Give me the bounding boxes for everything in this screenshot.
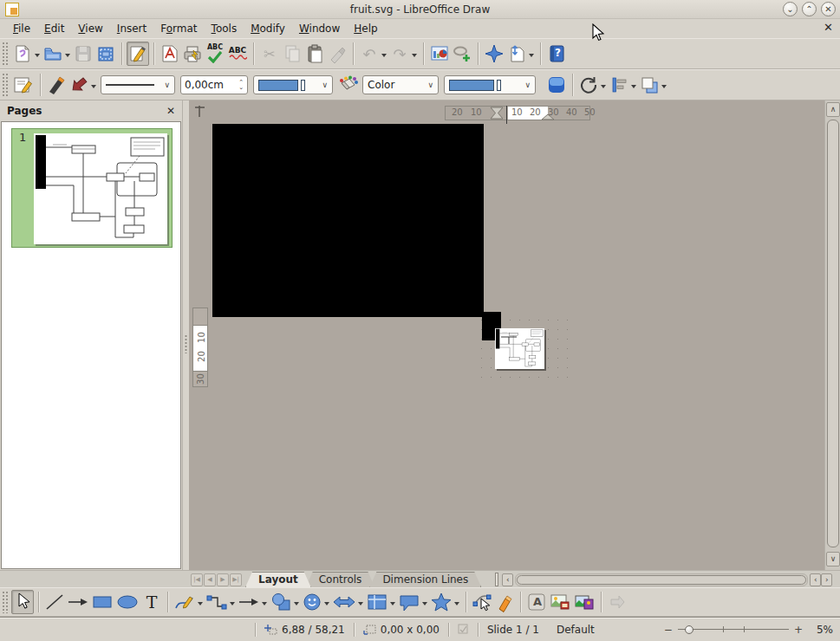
tabbar-splitter[interactable]: [495, 573, 498, 586]
open-dropdown-icon[interactable]: [65, 54, 70, 60]
arrow-style-dropdown-icon[interactable]: [91, 85, 96, 91]
curve-tool-button[interactable]: [173, 590, 197, 614]
fill-color-select[interactable]: ∨: [444, 75, 536, 94]
stars-dropdown-icon[interactable]: [454, 602, 459, 608]
document-as-email-button[interactable]: [94, 42, 117, 66]
page-style-indicator[interactable]: Default: [548, 624, 603, 636]
zoom-level[interactable]: 5%: [817, 624, 833, 636]
spinner-arrows-icon[interactable]: ⌃ ⌄: [238, 80, 244, 90]
ellipse-tool-button[interactable]: [114, 590, 140, 614]
cut-button[interactable]: ✂: [258, 42, 281, 66]
symbol-shapes-dropdown-icon[interactable]: [324, 602, 329, 608]
text-tool-button[interactable]: T: [140, 590, 163, 614]
scroll-left-icon[interactable]: ‹: [502, 573, 513, 586]
flowchart-dropdown-icon[interactable]: [390, 602, 395, 608]
menu-modify[interactable]: Modify: [244, 21, 291, 36]
slide-indicator[interactable]: Slide 1 / 1: [479, 624, 548, 636]
shadow-button[interactable]: [545, 73, 568, 97]
next-page-button[interactable]: ▶: [217, 573, 229, 586]
tab-dimension-lines[interactable]: Dimension Lines: [369, 572, 481, 587]
scroll-left-icon[interactable]: ‹: [810, 573, 821, 586]
zoom-button[interactable]: [505, 42, 528, 66]
redo-button[interactable]: ↷: [388, 42, 411, 66]
menu-edit[interactable]: Edit: [38, 21, 70, 36]
edit-points-button[interactable]: [471, 590, 493, 614]
curve-dropdown-icon[interactable]: [198, 602, 203, 608]
new-document-dropdown-icon[interactable]: [35, 54, 40, 60]
menu-insert[interactable]: Insert: [111, 21, 153, 36]
glue-points-button[interactable]: [493, 590, 516, 614]
help-button[interactable]: ?: [545, 42, 568, 66]
line-style-select[interactable]: ∨: [101, 75, 175, 94]
line-width-spinner[interactable]: 0,00cm ⌃ ⌄: [180, 75, 248, 94]
indent-marker-icon[interactable]: [489, 107, 505, 120]
menu-view[interactable]: View: [72, 21, 108, 36]
vertical-scrollbar[interactable]: ∧ ∨: [824, 100, 840, 570]
window-close-button[interactable]: ✕: [821, 2, 836, 16]
page-1-thumbnail[interactable]: 1: [11, 128, 173, 248]
export-pdf-button[interactable]: [159, 42, 181, 66]
callouts-button[interactable]: [397, 590, 421, 614]
new-document-button[interactable]: [11, 42, 34, 66]
symbol-shapes-button[interactable]: [301, 590, 323, 614]
save-button[interactable]: [72, 42, 94, 66]
horizontal-ruler[interactable]: 20 10 10 20 30 40 50: [445, 106, 590, 120]
window-shade-button[interactable]: ⌄: [783, 2, 798, 16]
callouts-dropdown-icon[interactable]: [422, 602, 427, 608]
zoom-in-button[interactable]: +: [794, 624, 803, 636]
vertical-ruler-marker[interactable]: [192, 308, 208, 326]
last-page-button[interactable]: ▶|: [230, 573, 242, 586]
scroll-down-icon[interactable]: ∨: [826, 552, 840, 567]
fontwork-button[interactable]: A: [525, 590, 548, 614]
undo-button[interactable]: ↶: [358, 42, 381, 66]
edit-points-pen-button[interactable]: [45, 73, 68, 97]
menu-tools[interactable]: Tools: [205, 21, 244, 36]
menu-window[interactable]: Window: [293, 21, 346, 36]
scroll-right-icon[interactable]: ›: [821, 573, 832, 586]
close-document-icon[interactable]: ✕: [824, 21, 833, 34]
insert-hyperlink-button[interactable]: [451, 42, 473, 66]
window-maximize-button[interactable]: ⌃: [802, 2, 817, 16]
menu-format[interactable]: Format: [154, 21, 203, 36]
rotate-button[interactable]: [577, 73, 600, 97]
rotate-dropdown-icon[interactable]: [601, 85, 606, 91]
arrow-style-button[interactable]: [68, 73, 90, 97]
undo-dropdown-icon[interactable]: [381, 54, 387, 60]
insert-chart-button[interactable]: [428, 42, 451, 66]
line-tool-button[interactable]: [43, 590, 66, 614]
panel-splitter[interactable]: [182, 100, 189, 570]
vertical-ruler[interactable]: 10 20: [192, 326, 208, 371]
arrange-dropdown-icon[interactable]: [661, 85, 667, 91]
basic-shapes-button[interactable]: [269, 590, 293, 614]
paste-button[interactable]: [303, 42, 326, 66]
block-arrows-button[interactable]: [331, 590, 357, 614]
large-black-shape[interactable]: [212, 124, 484, 317]
arrange-button[interactable]: [638, 73, 661, 97]
open-button[interactable]: [42, 42, 64, 66]
alignment-dropdown-icon[interactable]: [631, 85, 636, 91]
rectangle-tool-button[interactable]: [90, 590, 114, 614]
drawing-canvas[interactable]: 20 10 10 20 30 40 50 10 20 30: [189, 100, 840, 570]
arrow-tool-button[interactable]: [66, 590, 90, 614]
block-arrows-dropdown-icon[interactable]: [358, 602, 363, 608]
line-color-select[interactable]: ∨: [253, 75, 333, 94]
styles-button[interactable]: [11, 73, 36, 97]
alignment-button[interactable]: [608, 73, 630, 97]
tab-layout[interactable]: Layout: [245, 572, 311, 587]
toolbar-grip[interactable]: [2, 591, 10, 613]
tab-controls[interactable]: Controls: [306, 572, 375, 587]
zoom-out-button[interactable]: −: [664, 624, 673, 636]
connector-tool-button[interactable]: [205, 590, 229, 614]
navigator-button[interactable]: [483, 42, 505, 66]
connector-dropdown-icon[interactable]: [230, 602, 235, 608]
previous-page-button[interactable]: ◀: [204, 573, 216, 586]
menu-file[interactable]: File: [7, 21, 36, 36]
horizontal-scrollbar-thumb[interactable]: [517, 575, 806, 585]
edit-mode-button[interactable]: [127, 42, 149, 66]
copy-button[interactable]: [281, 42, 303, 66]
toolbar-grip[interactable]: [2, 42, 10, 66]
area-style-button[interactable]: [335, 73, 360, 97]
basic-shapes-dropdown-icon[interactable]: [294, 602, 299, 608]
select-tool-button[interactable]: [11, 590, 34, 614]
stars-button[interactable]: [429, 590, 453, 614]
